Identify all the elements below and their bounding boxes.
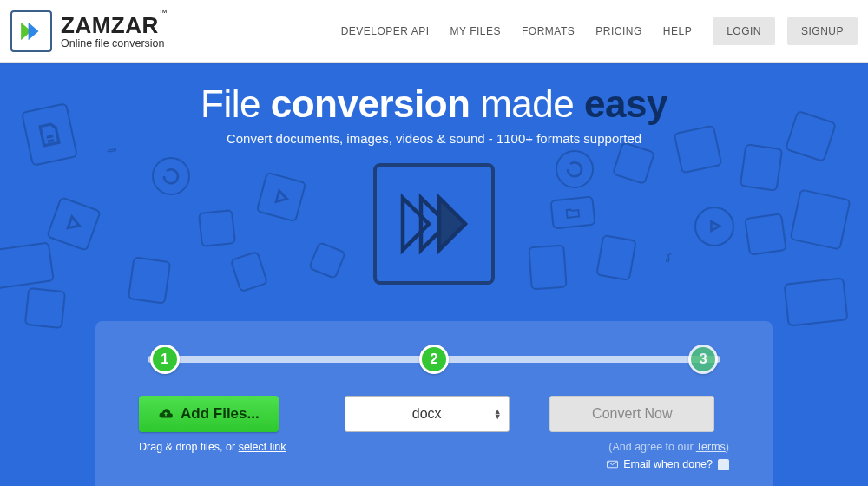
email-when-done-label: Email when done?	[623, 458, 713, 470]
sketch-refresh-icon	[152, 157, 190, 195]
mail-icon	[607, 460, 618, 469]
sketch-frame-icon	[744, 213, 787, 256]
login-button[interactable]: LOGIN	[713, 17, 775, 45]
terms-hint: (And agree to our Terms)	[549, 441, 729, 453]
sketch-clipboard3-icon	[595, 234, 637, 281]
nav-my-files[interactable]: MY FILES	[450, 25, 501, 37]
format-select[interactable]: docx ▲▼	[345, 396, 510, 432]
stepper-icon: ▲▼	[494, 409, 502, 419]
sketch-image-icon	[612, 141, 655, 185]
sketch-box-icon	[198, 209, 236, 247]
sketch-picture-icon	[789, 188, 851, 250]
sketch-media-icon	[24, 287, 66, 329]
hero-title: File conversion made easy	[0, 82, 868, 126]
sketch-refresh2-icon	[556, 150, 594, 188]
sketch-folder-icon	[549, 195, 595, 229]
header: ZAMZAR™ Online file conversion DEVELOPER…	[0, 0, 868, 63]
cloud-upload-icon	[158, 406, 174, 422]
nav-formats[interactable]: FORMATS	[522, 25, 575, 37]
logo-icon	[10, 10, 52, 52]
sketch-play2-icon	[256, 172, 307, 223]
nav-developer-api[interactable]: DEVELOPER API	[341, 25, 430, 37]
brand-tagline: Online file conversion	[61, 38, 168, 49]
format-selected-value: docx	[412, 406, 442, 422]
step-indicator: 1 2 3	[148, 344, 720, 375]
add-files-button[interactable]: Add Files...	[139, 396, 279, 432]
step-2: 2	[419, 345, 449, 374]
sketch-cassette-icon	[0, 241, 55, 289]
converter-panel: 1 2 3 Add Files... Drag & drop files, or…	[95, 321, 773, 486]
signup-button[interactable]: SIGNUP	[787, 17, 858, 45]
sketch-page-icon	[740, 143, 784, 192]
dragdrop-hint: Drag & drop files, or select link	[139, 441, 319, 453]
main-nav: DEVELOPER API MY FILES FORMATS PRICING H…	[341, 17, 858, 45]
sketch-clipboard2-icon	[528, 245, 567, 291]
hero-subtitle: Convert documents, images, videos & soun…	[0, 131, 868, 146]
brand-name: ZAMZAR™	[61, 14, 168, 36]
sketch-play3-icon	[694, 207, 734, 246]
add-files-label: Add Files...	[181, 405, 260, 423]
sketch-square-icon	[308, 241, 346, 279]
sketch-note-icon	[658, 245, 681, 273]
sketch-laptop-icon	[784, 277, 849, 326]
select-link[interactable]: select link	[239, 441, 286, 453]
sketch-clipboard-icon	[128, 256, 172, 305]
step-1: 1	[150, 345, 180, 374]
terms-link[interactable]: Terms	[696, 441, 726, 453]
convert-now-button[interactable]: Convert Now	[549, 396, 714, 432]
hero-forward-icon	[373, 163, 495, 285]
step-3: 3	[688, 345, 718, 374]
sketch-doc-icon	[230, 251, 269, 293]
brand-logo[interactable]: ZAMZAR™ Online file conversion	[10, 10, 168, 52]
hero: File conversion made easy Convert docume…	[0, 63, 868, 293]
sketch-play-icon	[46, 196, 102, 252]
nav-pricing[interactable]: PRICING	[595, 25, 642, 37]
nav-help[interactable]: HELP	[663, 25, 692, 37]
email-when-done-checkbox[interactable]	[718, 459, 729, 470]
